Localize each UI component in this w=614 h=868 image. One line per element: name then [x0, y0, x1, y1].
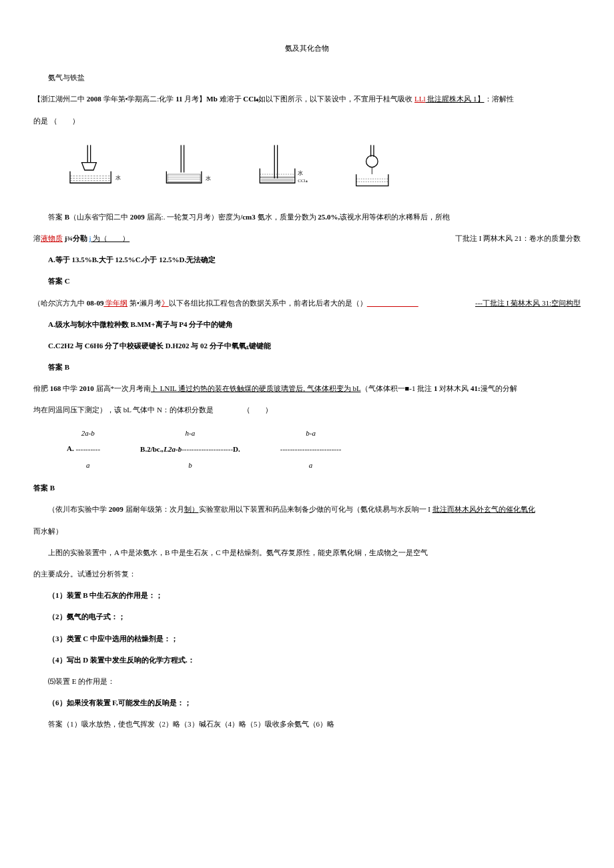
q1-month: 11 — [176, 95, 182, 103]
q2-t2: 届高:. 一轮复习月考）密度为 — [145, 213, 240, 221]
q4-t5: 对林木风 — [437, 384, 471, 392]
question-2-line2: 溶液物质 j¾分勒 j 为（ ） 丅批注 I 两林木风 21：卷水的质量分数 — [33, 230, 581, 246]
q2-t3: 氨水，质量分数为 — [256, 213, 318, 221]
question-3-answer: 答案 B — [33, 359, 581, 375]
opt-d-label: D. — [233, 445, 240, 453]
q5-item4: （4）写出 D 装置中发生反响的化学方程式.： — [33, 652, 581, 668]
q2-ans-b: B — [65, 213, 69, 221]
q1-mid5: ：溶解性 — [485, 95, 514, 103]
fig-c-ccl4-label: CCl₄ — [298, 177, 307, 183]
q2-pct: 25.0%, — [318, 213, 340, 221]
q4-t3: 届高*一次月考南 — [94, 384, 151, 392]
q2-l2-pre: 溶 — [33, 234, 41, 242]
q5-u2: 批注而林木风外玄气的催化氧化 — [432, 505, 535, 513]
q2-l2-annotation: 丅批注 I 两林木风 21：卷水的质量分数 — [455, 230, 581, 246]
question-3-opt-a: A.级水与制水中微粒种数 B.MM+离子与 P4 分子中的键角 — [33, 316, 581, 332]
figure-b: 水 — [154, 142, 220, 189]
question-2-options: A.等于 13.5%B.大于 12.5%C.小于 12.5%D.无法确定 — [33, 252, 581, 268]
q1-year: 2008 — [87, 95, 101, 103]
q4-t4: （气体体积一■-1 批注 — [361, 384, 434, 392]
q3-year: 08-09 — [87, 299, 104, 307]
q5-item5: ⑸装置 E 的作用是： — [33, 673, 581, 689]
q2-cm3: /cm3 — [240, 213, 256, 221]
opt-b-bot: b — [140, 457, 240, 473]
q4-168: 168 — [50, 384, 61, 392]
svg-point-13 — [366, 155, 378, 167]
q1-ccl4: CCl₄ — [243, 95, 258, 103]
opt-a-top: 2a-b — [75, 425, 100, 441]
q3-link1[interactable]: 学年纲 — [103, 299, 127, 307]
q5-t2: 实验室欲用以下装置和药品来制备少做的可化与（氨化镁易与水反响一 I — [199, 505, 432, 513]
option-d: b-a ------------------------- a — [280, 425, 342, 474]
q3-blank-link[interactable] — [367, 299, 418, 307]
opt-b-mid: ,L2a-b — [162, 445, 182, 453]
q2-year: 2009 — [130, 213, 145, 221]
q5-prefix: （依川布实验中学 — [48, 505, 109, 513]
question-4-line2: 均在同温同压下测定），该 bL 气体中 N：的体积分数是 （ ） — [33, 402, 581, 418]
fig-a-water-label: 水 — [115, 175, 121, 181]
q1-mid3: 难溶于 — [218, 95, 244, 103]
question-2-answer: 答案 C — [33, 273, 581, 289]
q3-link2[interactable]: 》 — [162, 299, 169, 307]
opt-a-label: A. — [67, 444, 74, 452]
q5-item3: （3）类置 C 中应中选用的枯燥剂是：； — [33, 630, 581, 646]
question-5-line4: 的主要成分。试通过分析答复： — [33, 566, 581, 582]
option-b: h-a B.2/bc.,L2a-b---------------------D.… — [140, 425, 240, 474]
q4-b4: 41: — [471, 384, 481, 392]
q2-l2-mid: j¾分勒 — [63, 234, 89, 242]
question-3-line1: （哈尔滨方九中 08-09 学年纲 第•濑月考》以下各组比拟工程包含的数据关系中… — [33, 295, 581, 311]
q5-item1: （1）装置 B 中生石灰的作用是：； — [33, 587, 581, 603]
q4-t1: 佾肥 — [33, 384, 50, 392]
q4-under1: 卜 LNIL 通过灼热的装在铁触煤的硬质玻璃管后, 气体体积变为 bL — [151, 384, 361, 392]
doc-title: 氨及其化合物 — [33, 40, 581, 56]
question-2-line1: 答案 B（山东省宁阳二中 2009 届高:. 一轮复习月考）密度为/cm3 氨水… — [33, 209, 581, 225]
q2-prefix: 答案 — [48, 213, 65, 221]
q1-annotation: 批注腥株木风 1】 — [426, 95, 485, 103]
q1-prefix: 【浙江湖州二中 — [33, 95, 87, 103]
q1-mb: Mb — [206, 95, 218, 103]
question-5-line2: 而水解） — [33, 523, 581, 539]
q4-t6: 漫气的分解 — [481, 384, 517, 392]
opt-d-bot: a — [280, 457, 342, 473]
question-4-line1: 佾肥 168 中学 2010 届高*一次月考南卜 LNIL 通过灼热的装在铁触煤… — [33, 380, 581, 396]
question-3-opt-c: C.C2H2 与 C6H6 分了中校碳硬键长 D.H202 与 02 分子中氧氧… — [33, 338, 581, 354]
q5-answer: 答案（1）吸水放热，使也气挥发（2）略（3）碱石灰（4）略（5）吸收多余氨气（6… — [33, 716, 581, 732]
q3-t1: 第•濑月考 — [127, 299, 162, 307]
q5-u1: 制） — [184, 505, 199, 513]
opt-b-top: h-a — [140, 425, 240, 441]
q5-item6: （6）如果没有装置 F,可能发生的反响是：； — [33, 695, 581, 711]
opt-b-label: B.2/bc. — [140, 445, 162, 453]
q2-t4: 该视水用等体积的水稀释后，所枹 — [340, 213, 450, 221]
q4-2010: 2010 — [79, 384, 94, 392]
question-1-line2: 的是 （ ） — [33, 113, 581, 129]
q2-l2-link[interactable]: 液物质 — [41, 234, 63, 242]
q4-t2: 中学 — [61, 384, 79, 392]
apparatus-figures: 水 水 水 CCl₄ — [60, 142, 581, 189]
question-4-answer: 答案 B — [33, 480, 581, 496]
question-5-line3: 上图的实验装置中，A 中是浓氨水，B 中是生石灰，C 中是枯燥剂。氨气存复原性，… — [33, 544, 581, 560]
q1-link[interactable]: LLl — [414, 95, 426, 103]
q2-t1: （山东省宁阳二中 — [69, 213, 130, 221]
q1-mid1: 学年第•学期高二:化学 — [101, 95, 176, 103]
option-a: A. 2a-b ---------- a — [67, 425, 100, 474]
figure-c: 水 CCl₄ — [247, 142, 314, 189]
q2-l2-text: 为（ ） — [91, 234, 129, 242]
figure-a: 水 — [60, 142, 127, 189]
q5-year: 2009 — [109, 505, 123, 513]
fig-c-water-label: 水 — [298, 170, 303, 176]
opt-d-top: b-a — [280, 425, 342, 441]
figure-d — [340, 142, 407, 189]
subtitle: 氨气与铁盐 — [33, 69, 581, 85]
q5-t1: 届耐年级第：次月 — [123, 505, 184, 513]
q3-t2: 以下各组比拟工程包含的数据关系中，前者比后者大的是（） — [169, 299, 367, 307]
question-4-options: A. 2a-b ---------- a h-a B.2/bc.,L2a-b--… — [67, 425, 581, 474]
q3-annotation: ---丅批注 I 菊林木风 31:空间构型 — [475, 295, 581, 311]
q1-mid4: 如以下图所示，以下装设中，不宜用于桂气吸收 — [258, 95, 414, 103]
q3-prefix: （哈尔滨方九中 — [33, 299, 87, 307]
q5-item2: （2）氨气的电子式：； — [33, 608, 581, 624]
q1-mid2: 月考】 — [183, 95, 207, 103]
fig-b-water-label: 水 — [206, 175, 211, 181]
opt-a-bot: a — [75, 457, 100, 473]
question-5-line1: （依川布实验中学 2009 届耐年级第：次月制）实验室欲用以下装置和药品来制备少… — [33, 501, 581, 517]
question-1-line1: 【浙江湖州二中 2008 学年第•学期高二:化学 11 月考】Mb 难溶于 CC… — [33, 91, 581, 107]
